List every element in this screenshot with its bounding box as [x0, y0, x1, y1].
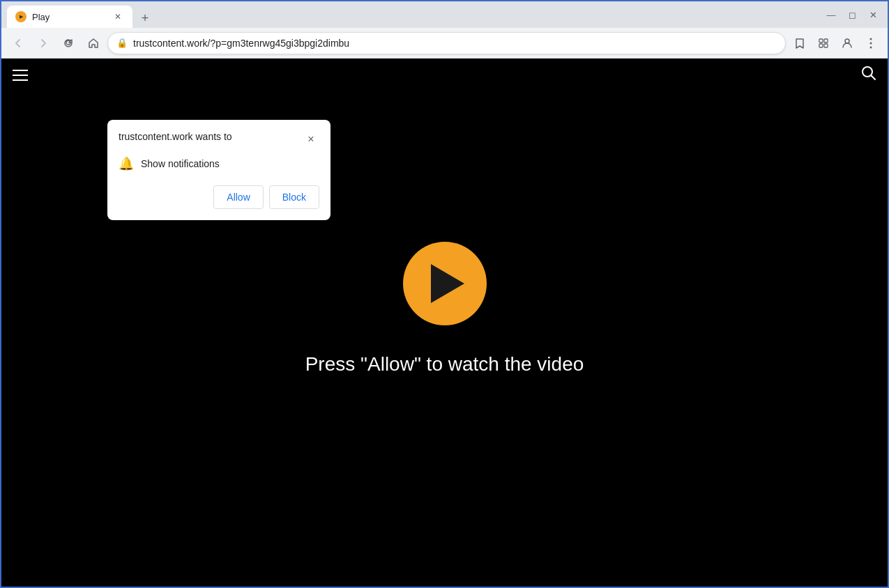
- menu-button[interactable]: [860, 32, 882, 54]
- back-button[interactable]: [7, 32, 29, 54]
- tab-bar: Play ✕ +: [7, 1, 819, 28]
- popup-permission-row: 🔔 Show notifications: [119, 156, 319, 171]
- tab-title: Play: [32, 12, 106, 22]
- svg-point-7: [870, 46, 872, 48]
- play-icon: [431, 264, 464, 303]
- hamburger-line-1: [13, 70, 28, 71]
- svg-point-4: [845, 39, 849, 43]
- sidebar-menu-button[interactable]: [13, 70, 28, 81]
- close-button[interactable]: ✕: [864, 6, 882, 24]
- address-bar[interactable]: 🔒 trustcontent.work/?p=gm3tenrwg45gi3bpg…: [107, 32, 786, 54]
- minimize-button[interactable]: —: [822, 6, 840, 24]
- svg-rect-1: [824, 39, 828, 42]
- svg-rect-2: [819, 44, 823, 47]
- tab-close-button[interactable]: ✕: [112, 10, 124, 23]
- nav-actions: [789, 32, 882, 54]
- bookmark-button[interactable]: [789, 32, 811, 54]
- browser-window: Play ✕ + — ◻ ✕: [1, 1, 888, 587]
- svg-rect-0: [819, 39, 823, 42]
- profile-button[interactable]: [836, 32, 858, 54]
- popup-header: trustcontent.work wants to ×: [119, 131, 319, 148]
- allow-button[interactable]: Allow: [213, 185, 263, 209]
- bell-icon: 🔔: [119, 156, 134, 171]
- tab-favicon: [15, 11, 26, 22]
- title-bar: Play ✕ + — ◻ ✕: [1, 1, 888, 28]
- search-button[interactable]: [861, 65, 876, 84]
- url-text: trustcontent.work/?p=gm3tenrwg45gi3bpgi2…: [133, 38, 777, 49]
- new-tab-button[interactable]: +: [135, 8, 155, 28]
- video-instruction: Press "Allow" to watch the video: [305, 353, 584, 376]
- popup-actions: Allow Block: [119, 185, 319, 209]
- svg-point-6: [870, 42, 872, 44]
- maximize-button[interactable]: ◻: [843, 6, 861, 24]
- popup-close-button[interactable]: ×: [303, 131, 319, 148]
- play-button-container: Press "Allow" to watch the video: [305, 242, 584, 376]
- play-button[interactable]: [403, 242, 487, 325]
- lock-icon: 🔒: [116, 38, 128, 48]
- permission-text: Show notifications: [141, 158, 220, 169]
- window-controls: — ◻ ✕: [822, 6, 882, 24]
- forward-button[interactable]: [32, 32, 54, 54]
- puzzle-icon-button[interactable]: [812, 32, 835, 54]
- home-button[interactable]: [82, 32, 105, 54]
- notification-popup: trustcontent.work wants to × 🔔 Show noti…: [107, 120, 330, 220]
- content-area: Press "Allow" to watch the video trustco…: [1, 59, 888, 587]
- active-tab[interactable]: Play ✕: [7, 6, 132, 28]
- svg-point-5: [870, 38, 872, 40]
- reload-button[interactable]: [57, 32, 79, 54]
- hamburger-line-3: [13, 79, 28, 81]
- popup-title: trustcontent.work wants to: [119, 131, 232, 142]
- block-button[interactable]: Block: [269, 185, 319, 209]
- nav-bar: 🔒 trustcontent.work/?p=gm3tenrwg45gi3bpg…: [1, 28, 888, 59]
- hamburger-line-2: [13, 75, 28, 76]
- svg-rect-3: [824, 44, 828, 47]
